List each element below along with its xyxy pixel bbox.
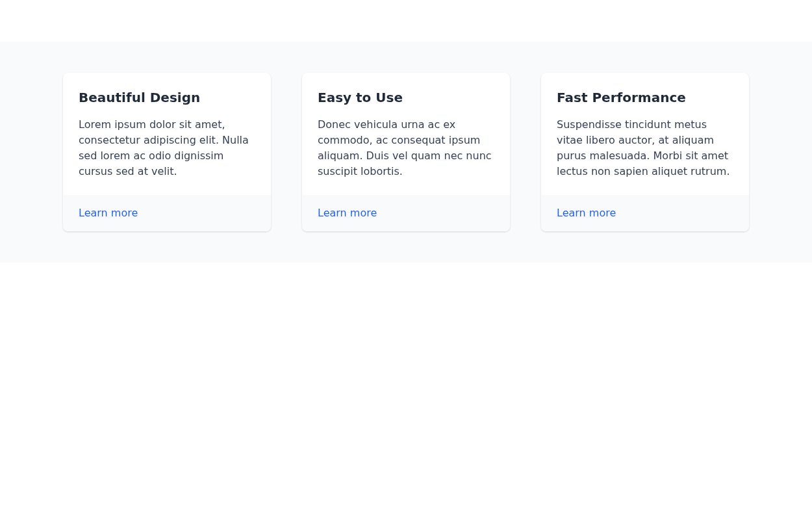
features-grid: Beautiful Design Lorem ipsum dolor sit a… bbox=[42, 73, 770, 231]
card-title: Fast Performance bbox=[557, 88, 733, 107]
card-footer: Learn more bbox=[63, 195, 271, 231]
learn-more-link[interactable]: Learn more bbox=[318, 207, 377, 219]
card-title: Beautiful Design bbox=[79, 88, 255, 107]
learn-more-link[interactable]: Learn more bbox=[557, 207, 616, 219]
card-footer: Learn more bbox=[302, 195, 510, 231]
card-description: Lorem ipsum dolor sit amet, consectetur … bbox=[79, 117, 255, 179]
card-body: Beautiful Design Lorem ipsum dolor sit a… bbox=[63, 73, 271, 195]
features-section: Beautiful Design Lorem ipsum dolor sit a… bbox=[0, 42, 812, 263]
feature-card: Fast Performance Suspendisse tincidunt m… bbox=[541, 73, 749, 231]
card-title: Easy to Use bbox=[318, 88, 494, 107]
feature-card: Easy to Use Donec vehicula urna ac ex co… bbox=[302, 73, 510, 231]
card-footer: Learn more bbox=[541, 195, 749, 231]
card-body: Fast Performance Suspendisse tincidunt m… bbox=[541, 73, 749, 195]
feature-card: Beautiful Design Lorem ipsum dolor sit a… bbox=[63, 73, 271, 231]
card-body: Easy to Use Donec vehicula urna ac ex co… bbox=[302, 73, 510, 195]
card-description: Suspendisse tincidunt metus vitae libero… bbox=[557, 117, 733, 179]
card-description: Donec vehicula urna ac ex commodo, ac co… bbox=[318, 117, 494, 179]
learn-more-link[interactable]: Learn more bbox=[79, 207, 138, 219]
